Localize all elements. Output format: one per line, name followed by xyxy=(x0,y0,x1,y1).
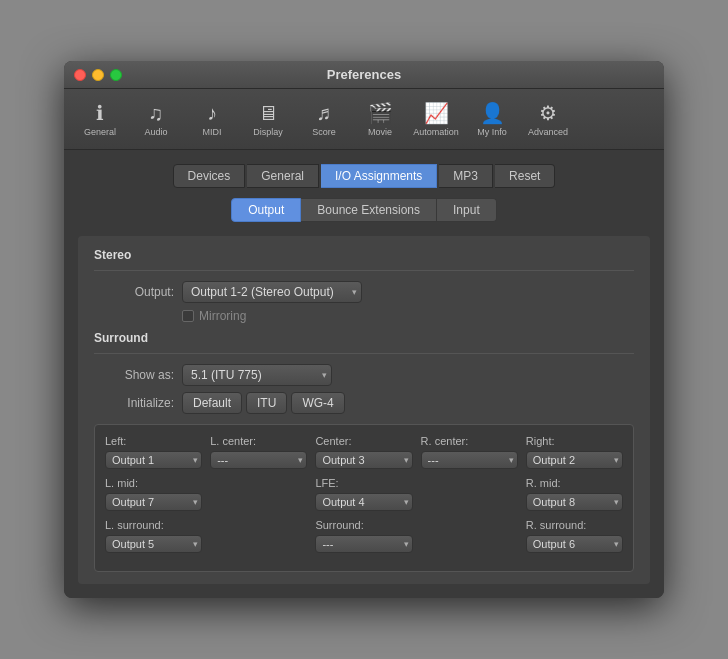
init-buttons-group: Default ITU WG-4 xyxy=(182,392,345,414)
channel-rsurround: R. surround: Output 6 xyxy=(526,519,623,553)
init-wg4-button[interactable]: WG-4 xyxy=(291,392,344,414)
subtab-bounce-extensions[interactable]: Bounce Extensions xyxy=(301,198,437,222)
channel-row-2: L. mid: Output 7 LFE: xyxy=(105,477,623,511)
channel-lmid-wrap: Output 7 xyxy=(105,492,202,511)
toolbar-advanced[interactable]: ⚙ Advanced xyxy=(522,97,574,141)
channel-right-label: Right: xyxy=(526,435,623,447)
surround-divider xyxy=(94,353,634,354)
subtab-output[interactable]: Output xyxy=(231,198,301,222)
channel-right-select[interactable]: Output 2 xyxy=(526,451,623,469)
channel-right-wrap: Output 2 xyxy=(526,450,623,469)
channel-center: Center: Output 3 xyxy=(315,435,412,469)
channel-rsurround-select[interactable]: Output 6 xyxy=(526,535,623,553)
channel-left-select[interactable]: Output 1 xyxy=(105,451,202,469)
toolbar-myinfo[interactable]: 👤 My Info xyxy=(466,97,518,141)
init-default-button[interactable]: Default xyxy=(182,392,242,414)
channel-lsurround-select[interactable]: Output 5 xyxy=(105,535,202,553)
channel-center-wrap: Output 3 xyxy=(315,450,412,469)
toolbar-automation-label: Automation xyxy=(413,127,459,137)
channel-rmid-select[interactable]: Output 8 xyxy=(526,493,623,511)
stereo-section: Stereo Output: Output 1-2 (Stereo Output… xyxy=(94,248,634,323)
mirroring-row: Mirroring xyxy=(182,309,634,323)
minimize-button[interactable] xyxy=(92,69,104,81)
automation-icon: 📈 xyxy=(424,101,449,125)
toolbar: ℹ General ♫ Audio ♪ MIDI 🖥 Display ♬ Sco… xyxy=(64,89,664,150)
toolbar-movie[interactable]: 🎬 Movie xyxy=(354,97,406,141)
channel-rmid-label: R. mid: xyxy=(526,477,623,489)
toolbar-myinfo-label: My Info xyxy=(477,127,507,137)
sub-tab-bar: Output Bounce Extensions Input xyxy=(78,198,650,222)
toolbar-audio-label: Audio xyxy=(144,127,167,137)
channel-lmid: L. mid: Output 7 xyxy=(105,477,202,511)
show-as-select[interactable]: 5.1 (ITU 775) xyxy=(182,364,332,386)
stereo-section-title: Stereo xyxy=(94,248,634,262)
content-area: Devices General I/O Assignments MP3 Rese… xyxy=(64,150,664,598)
midi-icon: ♪ xyxy=(207,102,217,125)
channel-surround: Surround: --- xyxy=(315,519,412,553)
initialize-row: Initialize: Default ITU WG-4 xyxy=(94,392,634,414)
channel-lmid-select[interactable]: Output 7 xyxy=(105,493,202,511)
surround-section: Surround Show as: 5.1 (ITU 775) ▾ Initia… xyxy=(94,331,634,572)
initialize-label: Initialize: xyxy=(94,396,174,410)
tab-io-assignments[interactable]: I/O Assignments xyxy=(321,164,437,188)
channel-lsurround-label: L. surround: xyxy=(105,519,202,531)
toolbar-general-label: General xyxy=(84,127,116,137)
output-select[interactable]: Output 1-2 (Stereo Output) xyxy=(182,281,362,303)
myinfo-icon: 👤 xyxy=(480,101,505,125)
channel-lfe-select[interactable]: Output 4 xyxy=(315,493,412,511)
advanced-icon: ⚙ xyxy=(539,101,557,125)
close-button[interactable] xyxy=(74,69,86,81)
channel-rsurround-label: R. surround: xyxy=(526,519,623,531)
stereo-divider xyxy=(94,270,634,271)
channel-rmid: R. mid: Output 8 xyxy=(526,477,623,511)
score-icon: ♬ xyxy=(317,102,332,125)
channel-lmid-label: L. mid: xyxy=(105,477,202,489)
toolbar-score[interactable]: ♬ Score xyxy=(298,98,350,141)
channel-center-label: Center: xyxy=(315,435,412,447)
top-tab-bar: Devices General I/O Assignments MP3 Rese… xyxy=(78,164,650,188)
channel-rmid-wrap: Output 8 xyxy=(526,492,623,511)
subtab-input[interactable]: Input xyxy=(437,198,497,222)
channel-row-1: Left: Output 1 L. center: -- xyxy=(105,435,623,469)
output-select-wrap: Output 1-2 (Stereo Output) ▾ xyxy=(182,281,362,303)
tab-general[interactable]: General xyxy=(247,164,319,188)
channel-right: Right: Output 2 xyxy=(526,435,623,469)
channel-grid: Left: Output 1 L. center: -- xyxy=(94,424,634,572)
toolbar-general[interactable]: ℹ General xyxy=(74,97,126,141)
surround-section-title: Surround xyxy=(94,331,634,345)
channel-rsurround-wrap: Output 6 xyxy=(526,534,623,553)
preferences-window: Preferences ℹ General ♫ Audio ♪ MIDI 🖥 D… xyxy=(64,61,664,598)
traffic-lights xyxy=(74,69,122,81)
toolbar-display[interactable]: 🖥 Display xyxy=(242,98,294,141)
toolbar-audio[interactable]: ♫ Audio xyxy=(130,98,182,141)
titlebar: Preferences xyxy=(64,61,664,89)
mirroring-checkbox[interactable] xyxy=(182,310,194,322)
channel-left-label: Left: xyxy=(105,435,202,447)
channel-lfe-wrap: Output 4 xyxy=(315,492,412,511)
channel-center-select[interactable]: Output 3 xyxy=(315,451,412,469)
main-panel: Stereo Output: Output 1-2 (Stereo Output… xyxy=(78,236,650,584)
channel-lsurround-wrap: Output 5 xyxy=(105,534,202,553)
audio-icon: ♫ xyxy=(149,102,164,125)
toolbar-advanced-label: Advanced xyxy=(528,127,568,137)
channel-left: Left: Output 1 xyxy=(105,435,202,469)
channel-lcenter-select[interactable]: --- xyxy=(210,451,307,469)
init-itu-button[interactable]: ITU xyxy=(246,392,287,414)
toolbar-midi[interactable]: ♪ MIDI xyxy=(186,98,238,141)
channel-row-3: L. surround: Output 5 Surround: xyxy=(105,519,623,553)
channel-rcenter: R. center: --- xyxy=(421,435,518,469)
channel-rcenter-select[interactable]: --- xyxy=(421,451,518,469)
general-icon: ℹ xyxy=(96,101,104,125)
toolbar-movie-label: Movie xyxy=(368,127,392,137)
toolbar-automation[interactable]: 📈 Automation xyxy=(410,97,462,141)
maximize-button[interactable] xyxy=(110,69,122,81)
toolbar-midi-label: MIDI xyxy=(203,127,222,137)
channel-left-wrap: Output 1 xyxy=(105,450,202,469)
tab-reset[interactable]: Reset xyxy=(495,164,555,188)
channel-lfe-label: LFE: xyxy=(315,477,412,489)
channel-lcenter-label: L. center: xyxy=(210,435,307,447)
channel-lsurround: L. surround: Output 5 xyxy=(105,519,202,553)
channel-surround-select[interactable]: --- xyxy=(315,535,412,553)
tab-devices[interactable]: Devices xyxy=(173,164,246,188)
tab-mp3[interactable]: MP3 xyxy=(439,164,493,188)
